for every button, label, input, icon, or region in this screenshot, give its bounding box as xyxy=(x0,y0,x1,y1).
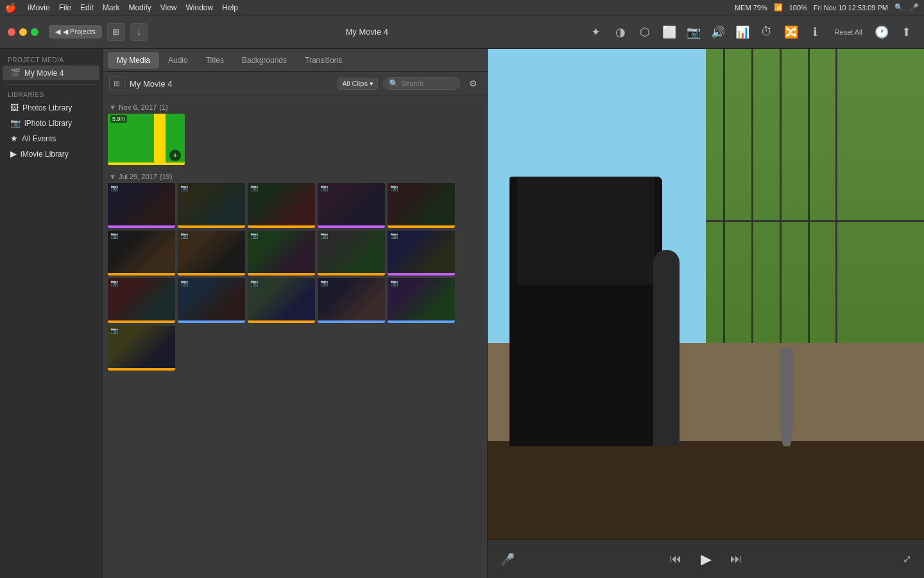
sidebar-item-imovie-library[interactable]: ▶ iMovie Library xyxy=(3,146,99,161)
skip-back-button[interactable]: ⏮ xyxy=(670,552,681,566)
clip-item-8[interactable]: 📷 xyxy=(248,231,315,276)
grid-settings-button[interactable]: ⚙ xyxy=(465,76,481,91)
siri-icon[interactable]: 🎤 xyxy=(910,3,919,12)
close-button[interactable] xyxy=(8,28,15,36)
menu-item-imovie[interactable]: iMovie xyxy=(28,3,50,12)
clip-item-3[interactable]: 📷 xyxy=(248,183,315,228)
group-count: (1) xyxy=(159,103,167,111)
add-clip-button[interactable]: + xyxy=(169,150,181,161)
clock-icon[interactable]: 🕐 xyxy=(871,22,892,42)
group-arrow-icon: ▼ xyxy=(109,103,116,111)
import-button[interactable]: ↓ xyxy=(130,23,148,41)
menu-bar: 🍎 iMovie File Edit Mark Modify View Wind… xyxy=(0,0,924,15)
media-grid-container[interactable]: ▼ Nov 6, 2017 (1) 5.9m + ▼ Jul 29, 2017 … xyxy=(103,96,487,578)
clip-item-13[interactable]: 📷 xyxy=(248,278,315,323)
sidebar-photos-label: Photos Library xyxy=(22,103,72,112)
menu-item-view[interactable]: View xyxy=(160,3,177,12)
clip-item-1[interactable]: 📷 xyxy=(108,183,175,228)
info-button[interactable]: ℹ xyxy=(805,22,826,42)
minimize-button[interactable] xyxy=(19,28,27,36)
magic-wand-button[interactable]: ✦ xyxy=(586,22,606,42)
preview-panel: 🎤 ⏮ ▶ ⏭ ⤢ xyxy=(488,49,924,578)
clip-stripe xyxy=(108,162,185,165)
tab-audio[interactable]: Audio xyxy=(159,52,197,69)
skip-forward-button[interactable]: ⏭ xyxy=(730,552,742,566)
clip-item-16[interactable]: 📷 xyxy=(108,326,175,371)
media-title: My Movie 4 xyxy=(130,79,332,89)
camera-button[interactable]: 📷 xyxy=(683,22,704,42)
sidebar-item-all-events[interactable]: ★ All Events xyxy=(3,131,99,146)
clip-item-11[interactable]: 📷 xyxy=(108,278,175,323)
share-button[interactable]: ⬆ xyxy=(896,22,916,42)
clip-item-15[interactable]: 📷 xyxy=(388,278,455,323)
tab-my-media[interactable]: My Media xyxy=(108,52,159,69)
clip-item-special[interactable]: 5.9m + xyxy=(108,114,185,165)
camera-icon-15: 📷 xyxy=(390,279,398,286)
audio-button[interactable]: 🔊 xyxy=(708,22,728,42)
clip-item-7[interactable]: 📷 xyxy=(178,231,245,276)
crop-button[interactable]: ⬜ xyxy=(659,22,680,42)
apple-menu-icon[interactable]: 🍎 xyxy=(5,3,16,13)
projects-button[interactable]: ◀ ◀ Projects xyxy=(49,25,102,39)
sidebar-my-movie-label: My Movie 4 xyxy=(24,69,64,78)
movie-title: My Movie 4 xyxy=(153,27,581,37)
piano xyxy=(509,177,662,446)
clip-stripe-13 xyxy=(248,320,315,323)
clip-item-14[interactable]: 📷 xyxy=(318,278,385,323)
menu-item-file[interactable]: File xyxy=(59,3,71,12)
menu-item-window[interactable]: Window xyxy=(186,3,214,12)
speed-button[interactable]: ⏱ xyxy=(757,22,777,42)
clip-item-6[interactable]: 📷 xyxy=(108,231,175,276)
menu-item-modify[interactable]: Modify xyxy=(128,3,151,12)
film-icon: 🎬 xyxy=(10,68,21,78)
filter-button[interactable]: ⬡ xyxy=(635,22,655,42)
mem-status: MEM 79% xyxy=(735,4,767,12)
expand-button[interactable]: ⤢ xyxy=(903,553,911,565)
camera-icon-1: 📷 xyxy=(110,184,118,191)
tab-backgrounds[interactable]: Backgrounds xyxy=(233,52,296,69)
sidebar-item-my-movie[interactable]: 🎬 My Movie 4 xyxy=(3,66,99,80)
camera-icon-13: 📷 xyxy=(250,279,258,286)
camera-icon-4: 📷 xyxy=(320,184,328,191)
menu-item-edit[interactable]: Edit xyxy=(80,3,94,12)
toolbar-right: ✦ ◑ ⬡ ⬜ 📷 🔊 📊 ⏱ 🔀 ℹ Reset All 🕐 ⬆ xyxy=(586,22,916,42)
date-group-jul-2017: ▼ Jul 29, 2017 (19) xyxy=(108,170,482,183)
clips-grid-jul: 📷 📷 📷 📷 xyxy=(108,183,482,371)
clip-stripe-4 xyxy=(318,225,385,228)
vase xyxy=(780,348,793,446)
clip-item-12[interactable]: 📷 xyxy=(178,278,245,323)
clip-item-2[interactable]: 📷 xyxy=(178,183,245,228)
clip-stripe-6 xyxy=(108,273,175,276)
clip-item-10[interactable]: 📷 xyxy=(388,231,455,276)
camera-icon-7: 📷 xyxy=(180,232,188,239)
clip-item-9[interactable]: 📷 xyxy=(318,231,385,276)
camera-icon-5: 📷 xyxy=(390,184,398,191)
grid-view-button[interactable]: ⊞ xyxy=(107,23,125,41)
equalizer-button[interactable]: 📊 xyxy=(732,22,753,42)
sidebar-item-photos[interactable]: 🖼 Photos Library xyxy=(3,100,99,115)
clip-item-5[interactable]: 📷 xyxy=(388,183,455,228)
clip-item-4[interactable]: 📷 xyxy=(318,183,385,228)
camera-icon-14: 📷 xyxy=(320,279,328,286)
mix-button[interactable]: 🔀 xyxy=(781,22,801,42)
search-input[interactable] xyxy=(401,80,452,87)
play-button[interactable]: ▶ xyxy=(694,548,717,571)
preview-scene xyxy=(488,49,924,539)
sidebar-toggle-button[interactable]: ⊞ xyxy=(109,76,124,91)
menu-item-help[interactable]: Help xyxy=(222,3,238,12)
clip-stripe-12 xyxy=(178,320,245,323)
person-silhouette xyxy=(653,250,680,446)
reset-button[interactable]: Reset All xyxy=(830,26,868,39)
tab-transitions[interactable]: Transitions xyxy=(296,52,351,69)
color-correct-button[interactable]: ◑ xyxy=(610,22,631,42)
menu-item-mark[interactable]: Mark xyxy=(103,3,120,12)
filter-select[interactable]: All Clips ▾ xyxy=(338,78,378,90)
spotlight-icon[interactable]: 🔍 xyxy=(894,3,903,12)
camera-icon-16: 📷 xyxy=(110,327,118,334)
clip-duration: 5.9m xyxy=(110,115,127,123)
sidebar-item-iphoto[interactable]: 📷 iPhoto Library xyxy=(3,116,99,130)
microphone-button[interactable]: 🎤 xyxy=(501,552,515,566)
photos-icon: 🖼 xyxy=(10,103,19,112)
tab-titles[interactable]: Titles xyxy=(197,52,233,69)
fullscreen-button[interactable] xyxy=(31,28,38,36)
